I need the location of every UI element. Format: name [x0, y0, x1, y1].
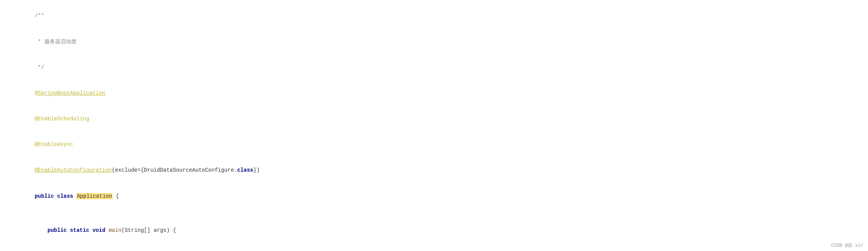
code-line: * 服务器启动类 — [0, 29, 868, 54]
code-line: /** — [0, 3, 868, 29]
code-content: @SpringBootApplication — [15, 80, 868, 106]
code-line: @EnableScheduling — [0, 106, 868, 132]
code-content: SpringApplication.run(Application.class,… — [15, 243, 868, 251]
code-line: */ — [0, 54, 868, 80]
footer-watermark: CSDN @苗.sir — [827, 241, 868, 251]
code-line: @EnableAsync — [0, 132, 868, 157]
code-content: * 服务器启动类 — [15, 29, 868, 54]
code-line: SpringApplication.run(Application.class,… — [0, 243, 868, 251]
code-content: /** — [15, 3, 868, 29]
code-content: @EnableAsync — [15, 132, 868, 157]
code-line: public class Application { — [0, 183, 868, 209]
code-line: public static void main(String[] args) { — [0, 218, 868, 243]
code-content: @EnableScheduling — [15, 106, 868, 132]
code-content: public class Application { — [15, 183, 868, 209]
code-line: @SpringBootApplication — [0, 80, 868, 106]
code-line: @EnableAutoConfiguration(exclude={DruidD… — [0, 157, 868, 183]
code-content: @EnableAutoConfiguration(exclude={DruidD… — [15, 157, 868, 183]
code-content: */ — [15, 54, 868, 80]
code-content: public static void main(String[] args) { — [15, 218, 868, 243]
code-editor: /** * 服务器启动类 */ @SpringBootApplication @… — [0, 0, 868, 251]
footer-text: CSDN @苗.sir — [831, 243, 863, 248]
code-content — [15, 209, 868, 217]
code-line — [0, 209, 868, 217]
